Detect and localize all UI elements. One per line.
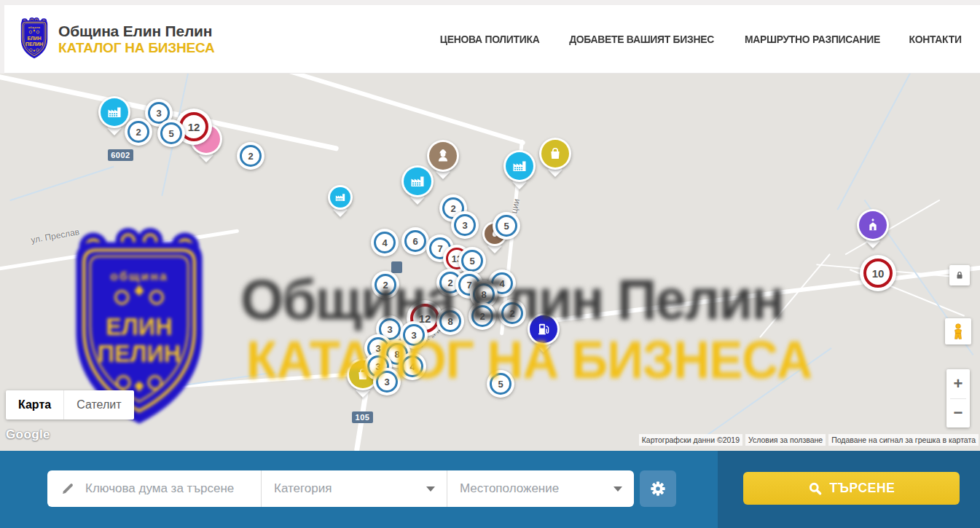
factory-icon <box>330 187 350 208</box>
site-title: Община Елин Пелин <box>58 23 215 40</box>
cluster-marker[interactable]: 10 <box>860 255 896 291</box>
search-button[interactable]: ТЪРСЕНЕ <box>743 472 960 505</box>
gear-icon <box>648 479 667 498</box>
nav-pricing-policy[interactable]: ЦЕНОВА ПОЛИТИКА <box>439 34 539 45</box>
cluster-marker[interactable]: 4 <box>371 229 399 256</box>
header: община ЕЛИН ПЕЛИН Община Елин Пелин КАТА… <box>0 0 980 74</box>
location-dropdown[interactable]: Местоположение <box>447 470 634 507</box>
map-attribution: Картографски данни ©2019 Условия за полз… <box>639 434 979 446</box>
map-type-satellite-button[interactable]: Сателит <box>63 390 133 419</box>
street-view-pegman-button[interactable] <box>945 318 971 344</box>
cluster-marker[interactable]: 8 <box>436 307 464 335</box>
cluster-marker[interactable]: 2 <box>498 299 526 327</box>
factory-icon <box>101 98 128 126</box>
google-map[interactable]: ул. Преславциибул. „Новосел 6002105 3212… <box>0 74 980 451</box>
lock-control-button[interactable] <box>949 265 970 285</box>
search-icon <box>808 481 823 496</box>
category-dropdown-value: Категория <box>274 481 332 496</box>
svg-text:ЕЛИН: ЕЛИН <box>27 35 41 40</box>
map-pin-worker[interactable] <box>427 140 459 172</box>
site-subtitle: КАТАЛОГ НА БИЗНЕСА <box>58 40 215 55</box>
fuel-icon <box>530 315 557 343</box>
nav-add-your-business[interactable]: ДОБАВЕТЕ ВАШИЯТ БИЗНЕС <box>569 34 714 45</box>
lock-icon <box>954 269 965 281</box>
search-panel: Категория Местоположение <box>47 470 634 507</box>
map-pin-fuel[interactable] <box>528 313 560 345</box>
pencil-icon <box>60 481 75 496</box>
location-dropdown-value: Местоположение <box>460 481 559 496</box>
cluster-marker[interactable]: 2 <box>469 302 496 330</box>
nav-route-timetable[interactable]: МАРШРУТНО РАЗПИСАНИЕ <box>745 34 880 45</box>
terms-link[interactable]: Условия за ползване <box>745 434 826 446</box>
factory-icon <box>404 168 431 195</box>
map-type-map-button[interactable]: Карта <box>6 390 63 419</box>
worker-icon <box>429 142 457 170</box>
cluster-marker[interactable]: 3 <box>373 368 401 395</box>
zoom-out-button[interactable]: − <box>946 399 970 428</box>
cluster-marker[interactable]: 5 <box>157 119 185 147</box>
chevron-down-icon <box>614 486 622 492</box>
svg-text:ПЕЛИН: ПЕЛИН <box>26 41 43 46</box>
cluster-marker[interactable]: 5 <box>487 370 514 398</box>
map-copyright: Картографски данни ©2019 <box>639 434 742 446</box>
cluster-marker[interactable]: 5 <box>458 247 486 275</box>
map-pin-factory[interactable] <box>328 185 353 210</box>
search-button-label: ТЪРСЕНЕ <box>829 481 895 496</box>
brand[interactable]: община ЕЛИН ПЕЛИН Община Елин Пелин КАТА… <box>17 17 215 61</box>
chevron-down-icon <box>426 486 435 492</box>
map-pin-factory[interactable] <box>401 165 434 197</box>
map-type-control: Карта Сателит <box>6 390 134 419</box>
zoom-control: + − <box>946 369 970 427</box>
map-pin-church[interactable] <box>857 209 889 241</box>
cluster-marker[interactable]: 6 <box>401 227 429 255</box>
bag-icon <box>541 140 569 168</box>
category-dropdown[interactable]: Категория <box>261 470 447 507</box>
google-logo[interactable]: Google <box>6 427 50 442</box>
cluster-marker[interactable]: 3 <box>451 211 479 239</box>
map-pin-factory[interactable] <box>98 96 130 128</box>
cluster-marker[interactable]: 2 <box>125 118 152 146</box>
advanced-settings-button[interactable] <box>640 470 676 507</box>
keyword-search-input[interactable] <box>85 481 253 496</box>
zoom-in-button[interactable]: + <box>946 369 970 398</box>
keyword-section <box>47 470 261 507</box>
municipality-crest-logo: община ЕЛИН ПЕЛИН <box>17 17 51 61</box>
map-pin-bag[interactable] <box>539 138 571 170</box>
cluster-marker[interactable]: 2 <box>372 271 399 299</box>
cluster-marker[interactable]: 4 <box>399 352 426 380</box>
main-nav: ЦЕНОВА ПОЛИТИКА ДОБАВЕТЕ ВАШИЯТ БИЗНЕС М… <box>438 34 963 45</box>
report-error-link[interactable]: Подаване на сигнал за грешка в картата <box>828 434 979 446</box>
cluster-marker[interactable]: 2 <box>237 142 264 170</box>
cluster-marker[interactable]: 5 <box>493 212 520 240</box>
pegman-icon <box>950 323 966 340</box>
search-bar: Категория Местоположение <box>0 451 980 528</box>
nav-contacts[interactable]: КОНТАКТИ <box>909 34 961 45</box>
church-icon <box>859 211 887 239</box>
map-pin-factory[interactable] <box>503 150 536 182</box>
factory-icon <box>506 152 533 180</box>
svg-text:община: община <box>28 26 41 29</box>
